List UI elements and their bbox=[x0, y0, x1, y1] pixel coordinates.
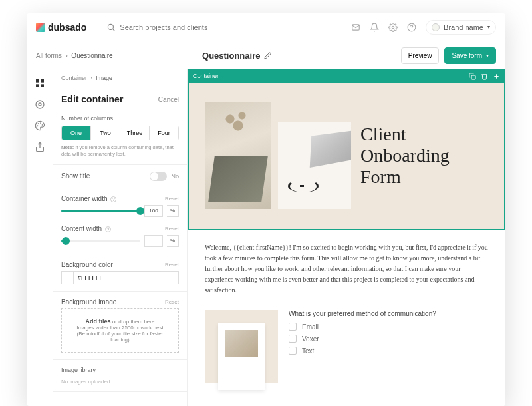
panel-breadcrumb[interactable]: Container › Image bbox=[53, 69, 187, 87]
form-question-row: What is your preferred method of communi… bbox=[188, 307, 505, 397]
search-input[interactable] bbox=[120, 23, 344, 31]
checkbox-icon[interactable] bbox=[289, 347, 297, 355]
show-title-toggle[interactable] bbox=[150, 172, 167, 181]
search-icon bbox=[106, 23, 116, 32]
logo-mark-icon bbox=[36, 23, 45, 32]
svg-rect-9 bbox=[41, 84, 44, 87]
page-title: Questionnaire bbox=[73, 51, 401, 61]
page-header: All forms › Questionnaire Questionnaire … bbox=[27, 41, 505, 69]
chevron-down-icon: ▾ bbox=[487, 24, 490, 30]
option-email[interactable]: Email bbox=[289, 323, 436, 331]
color-hex-field[interactable] bbox=[74, 272, 178, 284]
info-icon[interactable]: ? bbox=[110, 196, 116, 202]
search[interactable] bbox=[106, 23, 344, 32]
preview-button[interactable]: Preview bbox=[401, 47, 440, 64]
no-images-hint: No images uploaded bbox=[61, 379, 110, 385]
hero-container[interactable]: Client Onboarding Form bbox=[188, 83, 505, 230]
add-icon[interactable] bbox=[492, 72, 500, 80]
svg-point-15 bbox=[37, 126, 38, 126]
svg-rect-6 bbox=[36, 79, 39, 83]
show-title-row: Show title No bbox=[53, 165, 187, 188]
pct-label: % bbox=[167, 235, 179, 247]
brand-dot-icon bbox=[432, 23, 440, 31]
hero-image-2 bbox=[278, 122, 351, 209]
color-swatch[interactable] bbox=[62, 272, 74, 284]
bg-image-label: Background image bbox=[61, 298, 116, 305]
hero-image-1 bbox=[205, 102, 271, 209]
pct-label: % bbox=[167, 205, 179, 217]
bell-icon[interactable] bbox=[370, 23, 379, 32]
hero-title: Client Onboarding Form bbox=[360, 124, 467, 188]
mail-icon[interactable] bbox=[351, 23, 360, 32]
chevron-down-icon: ▾ bbox=[486, 53, 489, 59]
copy-icon[interactable] bbox=[468, 72, 476, 80]
save-button[interactable]: Save form ▾ bbox=[444, 47, 496, 64]
edit-panel: Container › Image Edit container Cancel … bbox=[53, 69, 188, 406]
bg-color-label: Background color bbox=[61, 261, 113, 268]
checkbox-icon[interactable] bbox=[289, 335, 297, 343]
option-voxer[interactable]: Voxer bbox=[289, 335, 436, 343]
svg-point-3 bbox=[392, 26, 394, 29]
svg-point-12 bbox=[40, 123, 41, 124]
svg-line-1 bbox=[113, 29, 115, 31]
checkbox-icon[interactable] bbox=[289, 323, 297, 331]
question-text: What is your preferred method of communi… bbox=[289, 310, 436, 317]
file-drop[interactable]: Add files or drop them here Images wider… bbox=[61, 308, 179, 353]
logo-text: dubsado bbox=[48, 22, 86, 33]
content-width-slider[interactable] bbox=[61, 240, 140, 242]
svg-point-10 bbox=[39, 103, 41, 106]
content-width-label: Content width ? bbox=[61, 225, 111, 232]
svg-rect-7 bbox=[41, 79, 44, 83]
container-bar-label: Container bbox=[193, 73, 219, 79]
reset-container-width[interactable]: Reset bbox=[165, 196, 179, 202]
container-width-slider[interactable] bbox=[61, 210, 140, 212]
columns-segmented: One Two Three Four bbox=[61, 126, 179, 140]
rail-style-icon[interactable] bbox=[34, 120, 46, 132]
trash-icon[interactable] bbox=[480, 72, 488, 80]
option-text[interactable]: Text bbox=[289, 347, 436, 355]
columns-label: Number of columns bbox=[61, 115, 179, 122]
welcome-text[interactable]: Welcome, {{client.firstName}}! I'm so ex… bbox=[188, 230, 505, 307]
svg-point-13 bbox=[42, 125, 43, 126]
svg-point-0 bbox=[108, 24, 114, 29]
container-width-label: Container width ? bbox=[61, 195, 116, 202]
reset-bg-color[interactable]: Reset bbox=[165, 262, 179, 268]
svg-point-11 bbox=[36, 101, 44, 108]
canvas: Container Client Onboarding Form Welcome… bbox=[188, 69, 505, 406]
cancel-button[interactable]: Cancel bbox=[158, 96, 179, 103]
svg-rect-17 bbox=[471, 75, 475, 79]
image-library-label: Image library bbox=[61, 367, 179, 373]
col-three[interactable]: Three bbox=[120, 126, 150, 140]
help-icon[interactable] bbox=[407, 23, 416, 32]
panel-title: Edit container bbox=[61, 94, 123, 104]
reset-bg-image[interactable]: Reset bbox=[165, 299, 179, 305]
info-icon[interactable]: ? bbox=[105, 226, 111, 232]
container-width-value[interactable]: 100 bbox=[144, 205, 163, 217]
hero-images bbox=[205, 102, 351, 209]
rail-blocks-icon[interactable] bbox=[34, 77, 46, 89]
logo[interactable]: dubsado bbox=[36, 22, 86, 33]
col-four[interactable]: Four bbox=[150, 126, 178, 140]
header-actions: Preview Save form ▾ bbox=[401, 47, 496, 64]
question-image bbox=[205, 310, 278, 383]
gear-icon[interactable] bbox=[388, 23, 398, 32]
bg-color-input[interactable] bbox=[61, 271, 179, 284]
brand-name-label: Brand name bbox=[444, 23, 483, 31]
brand-switcher[interactable]: Brand name ▾ bbox=[426, 20, 496, 35]
side-rails bbox=[27, 69, 53, 406]
toggle-off-label: No bbox=[171, 173, 179, 180]
rail-share-icon[interactable] bbox=[34, 141, 46, 153]
show-title-label: Show title bbox=[61, 172, 90, 180]
svg-rect-8 bbox=[36, 84, 39, 87]
container-bar[interactable]: Container bbox=[188, 69, 505, 83]
topbar: dubsado Brand name ▾ bbox=[27, 13, 505, 41]
edit-icon[interactable] bbox=[264, 52, 271, 59]
col-one[interactable]: One bbox=[62, 126, 91, 140]
col-two[interactable]: Two bbox=[91, 126, 120, 140]
content-width-value[interactable] bbox=[144, 235, 163, 247]
svg-point-14 bbox=[38, 124, 39, 124]
breadcrumb-root[interactable]: All forms bbox=[36, 52, 62, 59]
columns-note: Note: If you remove a column containing … bbox=[61, 144, 179, 158]
rail-settings-icon[interactable] bbox=[34, 99, 46, 110]
reset-content-width[interactable]: Reset bbox=[165, 226, 179, 232]
